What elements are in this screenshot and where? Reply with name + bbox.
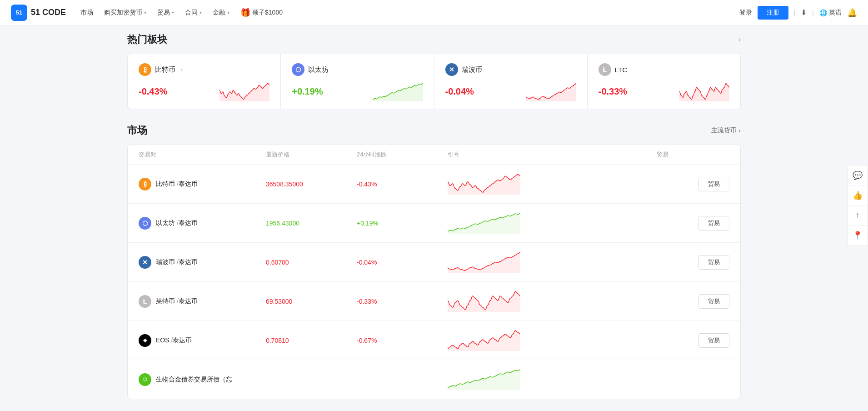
ltc-pair-name[interactable]: 莱特币 /泰达币 (156, 297, 198, 306)
xrp-change: -0.04% (357, 259, 448, 266)
nav-right: 登录 注册 | ⬇ | 🌐 英语 🔔 (739, 6, 857, 20)
btc-trade-button[interactable]: 贸易 (698, 177, 729, 191)
hot-card-btc[interactable]: ₿比特币›-0.43% (128, 54, 281, 109)
eth-price: 1956.43000 (266, 220, 357, 227)
btc-change: -0.43% (357, 180, 448, 188)
logo-icon-text: 51 (16, 9, 22, 16)
main-content: 热门板块 › ₿比特币›-0.43%⬡以太坊+0.19%✕瑞波币-0.04%ŁL… (0, 25, 868, 410)
pair-slash: / (175, 180, 179, 187)
btc-pair-cell: ₿比特币 /泰达币 (139, 178, 266, 190)
eth-pair-name[interactable]: 以太坊 /泰达币 (156, 219, 198, 227)
btc-row-icon: ₿ (139, 178, 151, 190)
market-table: 交易对最新价格24小时涨跌引号贸易 ₿比特币 /泰达币36508.35000-0… (127, 145, 741, 399)
bonus-text: 领子$1000 (252, 9, 283, 17)
eth-pair-cell: ⬡以太坊 /泰达币 (139, 217, 266, 230)
table-row: ◈EOS /泰达币0.70810-0.67%贸易 (128, 321, 740, 360)
ltc-coin-icon: Ł (599, 63, 611, 76)
table-row: ⬡以太坊 /泰达币1956.43000+0.19%贸易 (128, 204, 740, 243)
mainstream-arrow: › (738, 127, 741, 134)
nav-finance[interactable]: 金融 ▾ (213, 9, 229, 17)
xrp-pair-cell: ✕瑞波币 /泰达币 (139, 256, 266, 269)
table-col-header: 引号 (448, 150, 657, 159)
eos-row-chart (448, 328, 657, 352)
scroll-top-sidebar-button[interactable]: ↑ (848, 206, 868, 226)
btc-change-pct: -0.43% (139, 86, 167, 97)
btc-coin-name: 比特币 (155, 65, 175, 74)
table-col-header: 贸易 (657, 150, 729, 159)
pair-slash: / (175, 219, 179, 226)
register-button[interactable]: 注册 (758, 6, 788, 20)
eos-pair-name[interactable]: EOS /泰达币 (156, 336, 192, 345)
lang-text: 英语 (829, 9, 842, 17)
hot-card-xrp[interactable]: ✕瑞波币-0.04% (434, 54, 588, 109)
xrp-price: 0.60700 (266, 259, 357, 266)
btc-pair-name[interactable]: 比特币 /泰达币 (156, 180, 198, 188)
contract-arrow: ▾ (200, 10, 202, 15)
ltc-row-icon: Ł (139, 295, 151, 308)
eos-row-icon: ◈ (139, 334, 151, 347)
nav-contract[interactable]: 合同 ▾ (185, 9, 202, 17)
table-row: ₿比特币 /泰达币36508.35000-0.43%贸易 (128, 165, 740, 204)
eth-trade-cell: 贸易 (657, 216, 729, 231)
eth-change: +0.19% (357, 220, 448, 227)
eth-coin-icon: ⬡ (292, 63, 304, 76)
hot-section-title: 热门板块 (127, 33, 167, 46)
pin-sidebar-button[interactable]: 📍 (848, 226, 868, 246)
finance-arrow: ▾ (227, 10, 229, 15)
eos-trade-button[interactable]: 贸易 (698, 333, 729, 348)
btc-coin-icon: ₿ (139, 63, 151, 76)
btc-trade-cell: 贸易 (657, 177, 729, 191)
eos-pair-cell: ◈EOS /泰达币 (139, 334, 266, 347)
nav-buy-crypto[interactable]: 购买加密货币 ▾ (104, 9, 146, 17)
ltc-change-pct: -0.33% (599, 86, 627, 97)
xrp-change-pct: -0.04% (445, 86, 474, 97)
ltc-pair-cell: Ł莱特币 /泰达币 (139, 295, 266, 308)
xrp-row-chart (448, 250, 657, 274)
download-icon[interactable]: ⬇ (801, 8, 807, 17)
xrp-mini-chart (526, 81, 576, 101)
xrp-pair-name[interactable]: 瑞波币 /泰达币 (156, 258, 198, 266)
hot-section-more[interactable]: › (738, 35, 741, 44)
hot-card-ltc[interactable]: ŁLTC-0.33% (588, 54, 740, 109)
eos-change: -0.67% (357, 337, 448, 344)
like-sidebar-button[interactable]: 👍 (848, 185, 868, 206)
nav-trade[interactable]: 贸易 ▾ (157, 9, 174, 17)
chat-sidebar-button[interactable]: 💬 (848, 165, 868, 185)
market-mainstream-link[interactable]: 主流货币 › (711, 126, 741, 135)
btc-card-arrow: › (181, 66, 183, 73)
eos-price: 0.70810 (266, 337, 357, 344)
logo-icon: 51 (11, 5, 27, 21)
btc-row-chart (448, 172, 657, 196)
market-section-header: 市场 主流货币 › (127, 124, 741, 137)
table-body: ₿比特币 /泰达币36508.35000-0.43%贸易⬡以太坊 /泰达币195… (128, 165, 740, 399)
eos-trade-cell: 贸易 (657, 333, 729, 348)
xrp-trade-cell: 贸易 (657, 255, 729, 270)
hot-cards-container: ₿比特币›-0.43%⬡以太坊+0.19%✕瑞波币-0.04%ŁLTC-0.33… (127, 54, 741, 109)
nav-market[interactable]: 市场 (80, 9, 93, 17)
xrp-trade-button[interactable]: 贸易 (698, 255, 729, 270)
logo[interactable]: 51 51 CODE (11, 5, 66, 21)
ltc-trade-button[interactable]: 贸易 (698, 294, 729, 309)
btc-price: 36508.35000 (266, 180, 357, 188)
table-col-header: 交易对 (139, 150, 266, 159)
nav-items: 市场 购买加密货币 ▾ 贸易 ▾ 合同 ▾ 金融 ▾ 🎁 领子$1000 (80, 8, 739, 18)
hot-card-eth[interactable]: ⬡以太坊+0.19% (281, 54, 434, 109)
nav-bonus[interactable]: 🎁 领子$1000 (240, 8, 283, 18)
eth-trade-button[interactable]: 贸易 (698, 216, 729, 231)
pair-slash: / (175, 297, 179, 305)
nav-divider: | (794, 9, 796, 16)
bio-pair-cell: ⬡生物合金债券交易所债（忘 (139, 373, 266, 386)
xrp-row-icon: ✕ (139, 256, 151, 269)
language-selector[interactable]: 🌐 英语 (819, 9, 842, 17)
navbar: 51 51 CODE 市场 购买加密货币 ▾ 贸易 ▾ 合同 ▾ 金融 ▾ 🎁 … (0, 0, 868, 25)
table-row: ✕瑞波币 /泰达币0.60700-0.04%贸易 (128, 243, 740, 282)
bio-row-chart (448, 367, 657, 391)
bio-pair-name[interactable]: 生物合金债券交易所债（忘 (156, 376, 232, 384)
login-button[interactable]: 登录 (739, 9, 752, 17)
table-header: 交易对最新价格24小时涨跌引号贸易 (128, 145, 740, 165)
notification-bell-icon[interactable]: 🔔 (847, 8, 857, 18)
btc-mini-chart (219, 81, 269, 101)
ltc-trade-cell: 贸易 (657, 294, 729, 309)
table-col-header: 24小时涨跌 (357, 150, 448, 159)
mainstream-text: 主流货币 (711, 126, 737, 135)
